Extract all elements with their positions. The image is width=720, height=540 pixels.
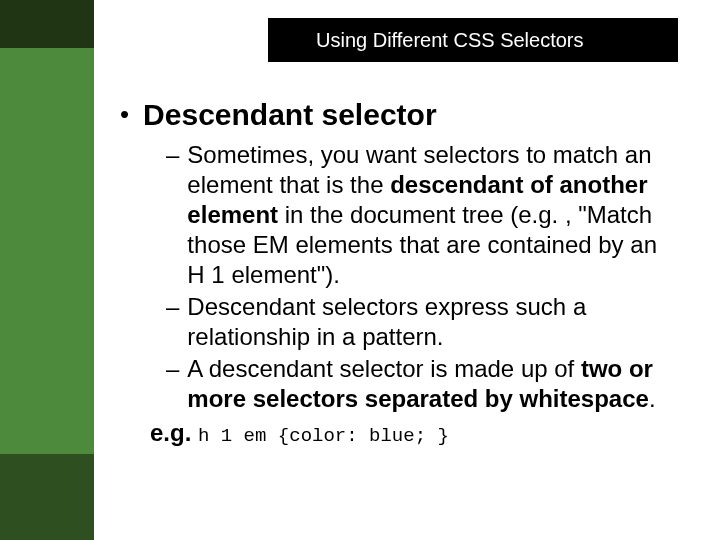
- text-fragment: .: [649, 385, 656, 412]
- list-item: – A descendant selector is made up of tw…: [166, 354, 680, 414]
- bullet-heading-row: • Descendant selector: [120, 98, 680, 132]
- example-line: e.g. h 1 em {color: blue; }: [150, 418, 680, 451]
- slide-content: • Descendant selector – Sometimes, you w…: [120, 98, 680, 451]
- list-item-text: Descendant selectors express such a rela…: [187, 292, 680, 352]
- sidebar-bottom-accent: [0, 454, 94, 540]
- bullet-marker: •: [120, 98, 129, 130]
- dash-marker: –: [166, 140, 179, 170]
- slide-sidebar: [0, 0, 94, 540]
- sidebar-top-accent: [0, 0, 94, 48]
- list-item-text: Sometimes, you want selectors to match a…: [187, 140, 680, 290]
- dash-marker: –: [166, 292, 179, 322]
- sub-bullet-list: – Sometimes, you want selectors to match…: [166, 140, 680, 414]
- dash-marker: –: [166, 354, 179, 384]
- list-item: – Sometimes, you want selectors to match…: [166, 140, 680, 290]
- slide-title: Using Different CSS Selectors: [316, 29, 584, 52]
- header-bar: Using Different CSS Selectors: [268, 18, 678, 62]
- example-label: e.g.: [150, 419, 191, 446]
- example-code: h 1 em {color: blue; }: [198, 425, 449, 447]
- text-fragment: A descendant selector is made up of: [187, 355, 581, 382]
- list-item-text: A descendant selector is made up of two …: [187, 354, 680, 414]
- bullet-heading: Descendant selector: [143, 98, 436, 132]
- list-item: – Descendant selectors express such a re…: [166, 292, 680, 352]
